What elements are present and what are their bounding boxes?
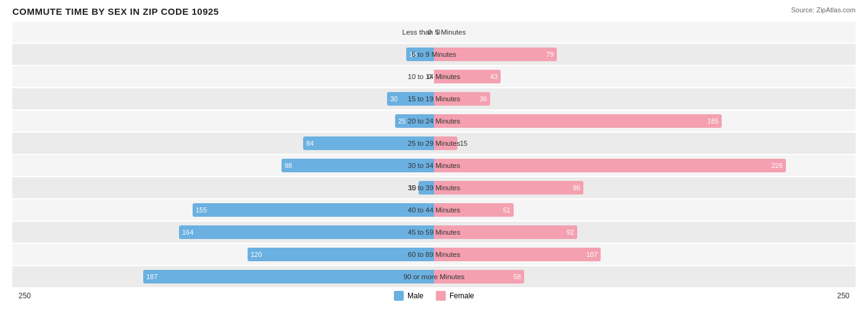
bar-row: 9830 to 34 Minutes226 [12, 155, 856, 176]
left-side: 0 [12, 66, 434, 87]
male-value-inside: 25 [395, 117, 406, 125]
left-side: 155 [12, 199, 434, 220]
female-value-inside: 226 [772, 162, 786, 169]
female-value-inside: 43 [490, 73, 501, 80]
female-value-inside: 79 [546, 51, 557, 58]
left-side: 0 [12, 22, 434, 43]
bar-label: 40 to 44 Minutes [407, 206, 460, 214]
right-side: 36 [434, 88, 856, 109]
legend-female: Female [436, 291, 474, 301]
bar-row: 16445 to 59 Minutes92 [12, 222, 856, 243]
bar-row: 15540 to 44 Minutes51 [12, 199, 856, 220]
bar-label: 60 to 89 Minutes [407, 251, 460, 258]
bar-row: 18790 or more Minutes58 [12, 266, 856, 287]
bar-label: 45 to 59 Minutes [407, 229, 460, 236]
left-side: 120 [12, 244, 434, 265]
male-value-inside: 30 [387, 95, 398, 103]
female-value-inside: 96 [573, 184, 583, 191]
bar-label: Less than 5 Minutes [403, 28, 466, 36]
bar-label: 25 to 29 Minutes [407, 140, 460, 147]
female-value-inside: 36 [480, 95, 490, 103]
male-value-inside: 187 [143, 273, 157, 280]
axis-label-left: 250 [19, 292, 31, 300]
legend-row: 250 Male Female 250 [12, 291, 856, 301]
bar-label: 90 or more Minutes [403, 273, 464, 280]
chart-area: 0Less than 5 Minutes0185 to 9 Minutes790… [12, 22, 856, 301]
bar-row: 12060 to 89 Minutes107 [12, 244, 856, 265]
legend-male-box [394, 291, 404, 301]
right-side: 58 [434, 266, 856, 287]
bar-row: 185 to 9 Minutes79 [12, 44, 856, 65]
left-side: 98 [12, 155, 434, 176]
source-text: Source: ZipAtlas.com [791, 6, 856, 14]
bar-label: 5 to 9 Minutes [412, 51, 456, 58]
right-side: 185 [434, 111, 856, 132]
left-side: 187 [12, 266, 434, 287]
right-side: 96 [434, 177, 856, 198]
legend-male: Male [394, 291, 424, 301]
male-value-inside: 84 [303, 140, 314, 147]
left-side: 25 [12, 111, 434, 132]
bar-label: 35 to 39 Minutes [407, 184, 460, 191]
male-value-inside: 164 [179, 229, 193, 236]
right-side: 92 [434, 222, 856, 243]
male-value-inside: 155 [193, 206, 207, 214]
male-value-inside: 120 [248, 251, 262, 258]
bar-row: 0Less than 5 Minutes0 [12, 22, 856, 43]
axis-label-right: 250 [837, 292, 849, 300]
bar-label: 15 to 19 Minutes [407, 95, 460, 103]
female-value-inside: 58 [514, 273, 524, 280]
bar-label: 10 to 14 Minutes [407, 73, 460, 80]
left-side: 164 [12, 222, 434, 243]
male-bar: 120 [248, 248, 434, 261]
female-value-inside: 51 [503, 206, 514, 214]
bar-row: 1035 to 39 Minutes96 [12, 177, 856, 198]
left-side: 84 [12, 133, 434, 154]
female-value-inside: 92 [567, 229, 577, 236]
bar-row: 010 to 14 Minutes43 [12, 66, 856, 87]
right-side: 0 [434, 22, 856, 43]
left-side: 30 [12, 88, 434, 109]
left-side: 10 [12, 177, 434, 198]
legend-female-box [436, 291, 446, 301]
bar-label: 20 to 24 Minutes [407, 117, 460, 125]
right-side: 226 [434, 155, 856, 176]
female-bar: 185 [434, 114, 722, 128]
bar-row: 3015 to 19 Minutes36 [12, 88, 856, 109]
right-side: 107 [434, 244, 856, 265]
right-side: 15 [434, 133, 856, 154]
legend-female-label: Female [449, 292, 474, 300]
bar-row: 2520 to 24 Minutes185 [12, 111, 856, 132]
bar-label: 30 to 34 Minutes [407, 162, 460, 169]
chart-title: COMMUTE TIME BY SEX IN ZIP CODE 10925 [12, 6, 219, 17]
left-side: 18 [12, 44, 434, 65]
legend-male-label: Male [407, 292, 424, 300]
female-bar: 226 [434, 159, 786, 172]
female-value-inside: 107 [586, 251, 601, 258]
male-bar: 187 [143, 270, 434, 283]
right-side: 79 [434, 44, 856, 65]
male-bar: 155 [193, 203, 434, 217]
male-value-inside: 98 [282, 162, 292, 169]
female-value-inside: 185 [707, 117, 722, 125]
right-side: 43 [434, 66, 856, 87]
bar-row: 8425 to 29 Minutes15 [12, 133, 856, 154]
right-side: 51 [434, 199, 856, 220]
male-bar: 164 [179, 225, 434, 239]
